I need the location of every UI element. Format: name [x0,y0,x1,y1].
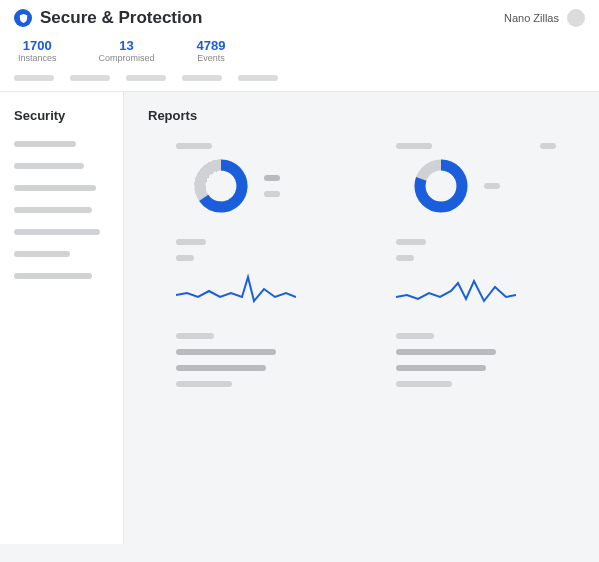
list-item [396,381,452,387]
stats-row: 1700 Instances 13 Compromised 4789 Event… [14,34,585,69]
shield-icon [14,9,32,27]
metric-label [396,239,426,245]
main: Security Reports [0,92,599,544]
list-item [176,365,266,371]
list-item [396,365,486,371]
sparkline-chart [396,267,556,315]
stat-label: Instances [18,53,57,63]
report-card [396,143,556,397]
stat-value: 1700 [18,38,57,53]
sidebar-item[interactable] [14,273,92,279]
legend-item [264,175,280,181]
brand: Secure & Protection [14,8,203,28]
legend-item [264,191,280,197]
metric-value [396,255,414,261]
card-action-placeholder[interactable] [540,143,556,149]
metric-label [176,239,206,245]
user-name: Nano Zillas [504,12,559,24]
filter-pill[interactable] [238,75,278,81]
filter-pill[interactable] [182,75,222,81]
header: Secure & Protection Nano Zillas 1700 Ins… [0,0,599,92]
sidebar-item[interactable] [14,251,70,257]
avatar [567,9,585,27]
filter-row [14,69,585,91]
user-menu[interactable]: Nano Zillas [504,9,585,27]
stat-value: 13 [99,38,155,53]
report-card [176,143,336,397]
stat-events[interactable]: 4789 Events [197,38,226,63]
list-header [396,333,434,339]
metric-value [176,255,194,261]
sidebar-item[interactable] [14,185,96,191]
card-title-placeholder [176,143,212,149]
filter-pill[interactable] [14,75,54,81]
list-block [176,333,336,387]
stat-label: Events [197,53,226,63]
header-top: Secure & Protection Nano Zillas [14,8,585,34]
stat-instances[interactable]: 1700 Instances [18,38,57,63]
sidebar-item[interactable] [14,163,84,169]
sidebar-item[interactable] [14,141,76,147]
list-item [396,349,496,355]
legend-item [484,183,500,189]
content: Reports [124,92,599,544]
list-header [176,333,214,339]
chart-legend [264,175,280,197]
sidebar-title: Security [14,108,109,123]
donut-chart [194,159,248,213]
stat-value: 4789 [197,38,226,53]
content-title: Reports [148,108,575,123]
stat-compromised[interactable]: 13 Compromised [99,38,155,63]
chart-legend [484,183,500,189]
list-item [176,349,276,355]
sparkline-chart [176,267,336,315]
sidebar-item[interactable] [14,207,92,213]
donut-chart [414,159,468,213]
report-cards [148,143,575,397]
sidebar-item[interactable] [14,229,100,235]
list-item [176,381,232,387]
page-title: Secure & Protection [40,8,203,28]
filter-pill[interactable] [70,75,110,81]
card-title-placeholder [396,143,432,149]
stat-label: Compromised [99,53,155,63]
list-block [396,333,556,387]
sidebar: Security [0,92,124,544]
filter-pill[interactable] [126,75,166,81]
